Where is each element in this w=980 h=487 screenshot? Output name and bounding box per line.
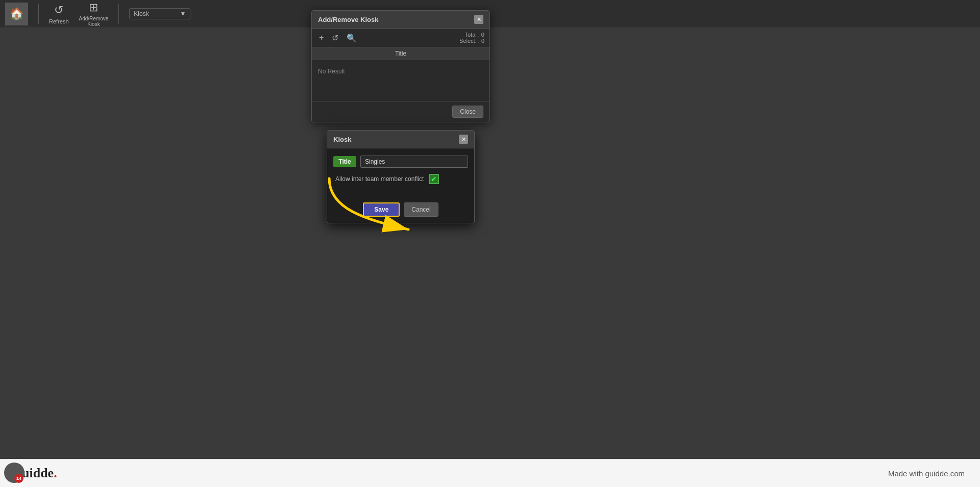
modal-outer-title: Add/Remove Kiosk xyxy=(318,16,378,23)
kiosk-dropdown[interactable]: Kiosk ▼ xyxy=(129,8,190,19)
refresh-label: Refresh xyxy=(49,18,69,24)
bottom-bar: guidde. Made with guidde.com xyxy=(0,459,980,487)
notification-badge: 14 xyxy=(14,474,23,483)
add-remove-kiosk-button[interactable]: ⊞ Add/Remove Kiosk xyxy=(79,1,109,27)
app-logo: 🏠 xyxy=(5,3,28,25)
total-stat: Total : 0 xyxy=(459,32,484,38)
kiosk-modal-close-button[interactable]: ✕ xyxy=(459,135,468,144)
modal-outer-close-button[interactable]: ✕ xyxy=(474,15,483,24)
kiosk-modal: Kiosk ✕ Title Allow inter team member co… xyxy=(327,130,475,223)
title-form-row: Title xyxy=(333,156,468,168)
kiosk-modal-title: Kiosk xyxy=(333,136,351,143)
refresh-icon: ↺ xyxy=(54,4,63,17)
refresh-list-button[interactable]: ↺ xyxy=(330,32,340,44)
save-button[interactable]: Save xyxy=(363,202,400,217)
no-result-text: No Result xyxy=(312,60,489,101)
chevron-down-icon: ▼ xyxy=(180,10,186,17)
add-item-button[interactable]: + xyxy=(317,32,326,44)
modal-outer-toolbar: + ↺ 🔍 Total : 0 Select. : 0 xyxy=(312,29,489,47)
title-input[interactable] xyxy=(360,156,468,168)
conflict-checkbox-row: Allow inter team member conflict ✔ xyxy=(333,174,468,184)
made-with-text: Made with guidde.com xyxy=(888,469,965,478)
toolbar-separator-2 xyxy=(118,4,119,24)
table-column-title: Title xyxy=(312,47,489,60)
toolbar-separator xyxy=(38,4,39,24)
kiosk-modal-footer: Save Cancel xyxy=(327,198,474,223)
toolbar: 🏠 ↺ Refresh ⊞ Add/Remove Kiosk Kiosk ▼ xyxy=(0,0,980,28)
conflict-checkbox[interactable]: ✔ xyxy=(429,174,439,184)
kiosk-modal-header: Kiosk ✕ xyxy=(327,131,474,148)
conflict-label: Allow inter team member conflict xyxy=(335,175,424,183)
modal-outer-footer: Close xyxy=(312,101,489,122)
modal-toolbar-actions: + ↺ 🔍 xyxy=(317,32,359,44)
add-remove-icon: ⊞ xyxy=(89,1,98,14)
modal-stats: Total : 0 Select. : 0 xyxy=(459,32,484,44)
refresh-button[interactable]: ↺ Refresh xyxy=(49,4,69,24)
close-button[interactable]: Close xyxy=(452,106,483,118)
search-button[interactable]: 🔍 xyxy=(345,32,359,44)
select-stat: Select. : 0 xyxy=(459,38,484,44)
add-remove-label: Add/Remove Kiosk xyxy=(79,16,109,27)
kiosk-modal-content: Title Allow inter team member conflict ✔ xyxy=(327,148,474,198)
background xyxy=(0,28,980,469)
dropdown-label: Kiosk xyxy=(134,10,149,17)
cancel-button[interactable]: Cancel xyxy=(404,202,438,217)
modal-outer-header: Add/Remove Kiosk ✕ xyxy=(312,11,489,29)
add-remove-kiosk-modal: Add/Remove Kiosk ✕ + ↺ 🔍 Total : 0 Selec… xyxy=(311,10,490,122)
title-field-label: Title xyxy=(333,156,356,167)
